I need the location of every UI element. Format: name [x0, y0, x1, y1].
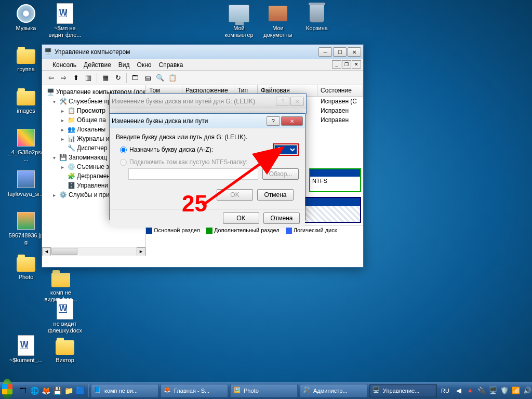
svg-line-0	[203, 149, 281, 205]
up-button[interactable]: ⬆	[70, 72, 82, 84]
tray-network-icon[interactable]: 📶	[512, 387, 520, 395]
tool-4[interactable]: 📋	[167, 72, 178, 84]
help-button[interactable]: ?	[267, 116, 280, 126]
language-indicator[interactable]: RU	[439, 387, 451, 395]
toolbar: ⇦ ⇨ ⬆ ▥ ▦ ↻ 🗔 🖴 🔍 📋	[42, 71, 363, 85]
ql-show-desktop[interactable]: 🗔	[18, 384, 28, 397]
volume-row[interactable]: Исправен	[317, 106, 363, 115]
menu-view[interactable]: Вид	[118, 61, 130, 69]
icon-label: не видит флешку.docx	[47, 321, 83, 334]
desktop-icon-img3[interactable]: 596748936.jpg	[8, 210, 44, 246]
menu-help[interactable]: Справка	[158, 61, 183, 69]
ql-save-icon[interactable]: 💾	[52, 384, 62, 397]
task-compmgmt[interactable]: 🖥️Управление...	[369, 384, 437, 397]
tray-usb-icon[interactable]: 🔌	[477, 387, 486, 395]
desktop-icon-img1[interactable]: _4_G38o2psc...	[8, 127, 44, 163]
change-letter-dialog-parent: Изменение буквы диска или путей для G: (…	[109, 94, 307, 114]
volume-box-green[interactable]: NTFS	[309, 168, 361, 192]
close-button[interactable]: ✕	[290, 97, 304, 106]
menu-window[interactable]: Окно	[137, 61, 152, 69]
task-firefox[interactable]: 🦊Главная - S...	[161, 384, 228, 397]
start-button[interactable]	[2, 379, 12, 400]
menu-action[interactable]: Действие	[84, 61, 111, 69]
icon-label: Виктор	[47, 357, 83, 364]
task-photo[interactable]: 🖼️Photo	[230, 384, 298, 397]
scroll-right[interactable]: ►	[137, 247, 145, 256]
ql-explorer-icon[interactable]: 📁	[63, 384, 74, 397]
assign-letter-radio[interactable]	[120, 147, 127, 153]
titlebar[interactable]: Изменение буквы диска или пути ? ✕	[110, 114, 305, 128]
cancel-button[interactable]: Отмена	[263, 212, 300, 224]
mdi-close[interactable]: ✕	[352, 60, 361, 69]
icon-label: Мой компьютер	[221, 25, 257, 38]
desktop-icon-images[interactable]: images	[8, 86, 44, 114]
titlebar[interactable]: Изменение буквы диска или путей для G: (…	[110, 94, 306, 109]
tree-hscroll[interactable]: ◄ ►	[42, 247, 145, 256]
tool-2[interactable]: 🖴	[142, 72, 153, 84]
ql-app-icon[interactable]: 🟦	[75, 384, 85, 397]
mdi-controls: _ ❐ ✕	[332, 60, 361, 69]
desktop-icon-bin[interactable]: Корзина	[299, 3, 335, 32]
volume-row[interactable]: Исправен	[317, 115, 363, 125]
desktop-icon-mycomputer[interactable]: Мой компьютер	[221, 3, 257, 38]
app-icon: 🖥️	[44, 48, 52, 56]
ql-chrome-icon[interactable]: 🌐	[29, 384, 39, 397]
icon-label: 596748936.jpg	[8, 232, 44, 246]
menubar: Консоль Действие Вид Окно Справка	[42, 59, 363, 71]
desktop-icon-komp[interactable]: комп не видит фле...	[43, 268, 79, 303]
scroll-left[interactable]: ◄	[42, 247, 51, 256]
dialog-title: Изменение буквы диска или пути	[112, 117, 267, 125]
quick-launch: 🗔 🌐 🦊 💾 📁 🟦	[15, 384, 89, 397]
tray-icon[interactable]: 🔺	[466, 387, 474, 395]
window-title: Управление компьютером	[55, 48, 318, 56]
icon-label: Музыка	[8, 25, 44, 32]
close-button[interactable]: ✕	[281, 116, 303, 126]
desktop-icon-music[interactable]: Музыка	[8, 3, 44, 32]
forward-button[interactable]: ⇨	[58, 72, 69, 84]
maximize-button[interactable]: ☐	[333, 47, 347, 57]
menu-console[interactable]: Консоль	[52, 61, 76, 69]
desktop-icon-skument[interactable]: ~$kument_...	[8, 335, 44, 364]
mdi-restore[interactable]: ❐	[342, 60, 351, 69]
desktop-icon-docx[interactable]: не видит флешку.docx	[47, 299, 83, 334]
task-word[interactable]: 📘комп не ви...	[91, 384, 158, 397]
dialog-title: Изменение буквы диска или путей для G: (…	[112, 98, 276, 105]
desktop-icon-img2[interactable]: faylovaya_si...	[8, 169, 44, 197]
properties-button[interactable]: ▦	[100, 72, 111, 84]
icon-label: ~$мп не видит фле...	[47, 25, 83, 38]
mount-folder-radio	[120, 159, 127, 166]
volume-row[interactable]: Исправен (С	[317, 97, 363, 106]
tool-1[interactable]: 🗔	[129, 72, 141, 84]
instruction-text: Введите букву диска или путь для G: (LEL…	[116, 134, 299, 141]
tray-icon[interactable]: 🖥️	[489, 387, 497, 395]
task-admin[interactable]: 🛠️Администр...	[300, 384, 367, 397]
ql-firefox-icon[interactable]: 🦊	[41, 384, 51, 397]
col-state[interactable]: Состояние	[317, 85, 363, 96]
tray-volume-icon[interactable]: 🔊	[523, 387, 531, 395]
desktop-icon-mydocs[interactable]: Мои документы	[260, 3, 296, 38]
taskbar: 🗔 🌐 🦊 💾 📁 🟦 📘комп не ви... 🦊Главная - S.…	[0, 382, 532, 399]
mdi-minimize[interactable]: _	[332, 60, 341, 69]
icon-label: Мои документы	[260, 25, 296, 38]
system-tray: RU ◀ 🔺 🔌 🖥️ 🛡️ 📶 🔊 ℹ️ 23:20	[439, 387, 532, 395]
desktop-icon-viktor[interactable]: Виктор	[47, 335, 83, 364]
titlebar[interactable]: 🖥️ Управление компьютером ─ ☐ ✕	[42, 45, 363, 59]
refresh-button[interactable]: ↻	[112, 72, 124, 84]
desktop-icon-photo[interactable]: Photo	[8, 252, 44, 281]
ok-button[interactable]: OK	[223, 212, 259, 224]
scroll-thumb[interactable]	[51, 248, 77, 255]
separator	[97, 73, 97, 83]
minimize-button[interactable]: ─	[318, 47, 332, 57]
desktop-icon-smp[interactable]: ~$мп не видит фле...	[47, 3, 83, 38]
close-button[interactable]: ✕	[348, 47, 361, 57]
show-hide-button[interactable]: ▥	[83, 72, 94, 84]
desktop-icon-group[interactable]: группа	[8, 44, 44, 73]
tool-3[interactable]: 🔍	[154, 72, 166, 84]
tray-icon[interactable]: 🛡️	[500, 387, 509, 395]
back-button[interactable]: ⇦	[45, 72, 57, 84]
help-button[interactable]: ?	[276, 97, 289, 106]
separator	[126, 73, 127, 83]
annotation-number: 25	[182, 191, 207, 217]
tray-expand-icon[interactable]: ◀	[455, 387, 463, 395]
icon-label: Photo	[8, 274, 44, 281]
